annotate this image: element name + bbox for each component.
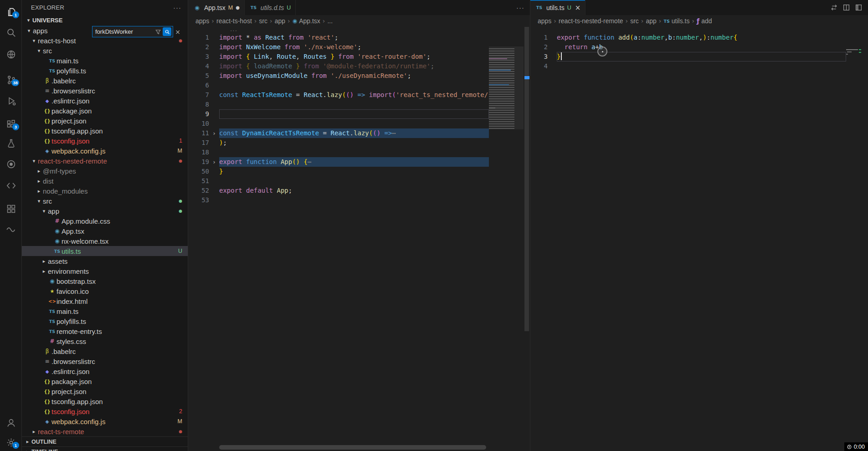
tree-item-src[interactable]: ▾src● bbox=[22, 196, 188, 206]
search-button[interactable] bbox=[0, 26, 22, 39]
more-actions-icon[interactable]: ··· bbox=[173, 4, 181, 11]
tree-item-dist[interactable]: ▸dist bbox=[22, 176, 188, 186]
chevron-down-icon[interactable]: ▾ bbox=[40, 208, 48, 214]
code-line-2[interactable]: 2 return a+b bbox=[530, 42, 846, 52]
more-actions-icon[interactable]: ··· bbox=[516, 4, 530, 11]
breadcrumb-item[interactable]: app bbox=[646, 17, 656, 25]
tree-item-src[interactable]: ▾src bbox=[22, 46, 188, 56]
tree-item-favicon.ico[interactable]: ★favicon.ico bbox=[22, 286, 188, 296]
vertical-scrollbar[interactable] bbox=[524, 27, 529, 331]
minimap[interactable] bbox=[489, 48, 524, 130]
filter-icon[interactable] bbox=[154, 28, 162, 36]
tree-item-main.ts[interactable]: TSmain.ts bbox=[22, 56, 188, 66]
wave-button[interactable] bbox=[0, 223, 22, 236]
code-line-3[interactable]: 3import { Link, Route, Routes } from 're… bbox=[188, 52, 489, 62]
tree-item-polyfills.ts[interactable]: TSpolyfills.ts bbox=[22, 66, 188, 76]
tree-item-package.json[interactable]: {}package.json bbox=[22, 376, 188, 386]
target-button[interactable] bbox=[0, 158, 22, 170]
breadcrumb-item[interactable]: src bbox=[259, 17, 267, 25]
tree-item-bootstrap.tsx[interactable]: ◉bootstrap.tsx bbox=[22, 276, 188, 286]
chevron-right-icon[interactable]: ▸ bbox=[35, 168, 43, 174]
breadcrumb-item[interactable]: ƒadd bbox=[697, 17, 712, 25]
chevron-right-icon[interactable]: ▸ bbox=[40, 258, 48, 264]
tree-item-app.module.css[interactable]: #App.module.css bbox=[22, 216, 188, 226]
breadcrumb-item[interactable]: src bbox=[630, 17, 639, 25]
code-button[interactable] bbox=[0, 179, 22, 192]
code-line-10[interactable]: 10 bbox=[188, 119, 489, 128]
code-line-1[interactable]: 1export function add(a:number,b:number,)… bbox=[530, 33, 846, 42]
editor-left[interactable]: ··· 1import * as React from 'react';2imp… bbox=[188, 27, 530, 451]
fuzzy-search-button[interactable] bbox=[163, 27, 171, 36]
extensions-button[interactable]: 3 bbox=[0, 118, 22, 130]
tree-item-.babelrc[interactable]: β.babelrc bbox=[22, 76, 188, 86]
breadcrumb-item[interactable]: app bbox=[275, 17, 285, 25]
code-line-17[interactable]: 17); bbox=[188, 138, 489, 148]
code-line-6[interactable]: 6 bbox=[188, 81, 489, 90]
tree-item-webpack.config.js[interactable]: ◈webpack.config.jsM bbox=[22, 416, 188, 426]
tree-item-tsconfig.app.json[interactable]: {}tsconfig.app.json bbox=[22, 396, 188, 406]
run-debug-button[interactable] bbox=[0, 94, 22, 107]
chevron-down-icon[interactable]: ▾ bbox=[25, 28, 33, 34]
breadcrumb-item[interactable]: ... bbox=[327, 17, 333, 25]
grid-button[interactable] bbox=[0, 202, 22, 215]
tree-item-.eslintrc.json[interactable]: ◆.eslintrc.json bbox=[22, 96, 188, 106]
tab-utils-d-ts[interactable]: TS utils.d.ts U bbox=[245, 0, 296, 15]
code-line-1[interactable]: 1import * as React from 'react'; bbox=[188, 33, 489, 42]
tree-item-.babelrc[interactable]: β.babelrc bbox=[22, 346, 188, 356]
breadcrumb-item[interactable]: TSutils.ts bbox=[663, 17, 689, 25]
tree-item-remote-entry.ts[interactable]: TSremote-entry.ts bbox=[22, 326, 188, 336]
editor-layout-icon[interactable] bbox=[855, 4, 863, 11]
horizontal-scrollbar[interactable] bbox=[219, 445, 486, 450]
swap-editors-icon[interactable] bbox=[830, 4, 838, 11]
tree-find-input[interactable] bbox=[92, 28, 154, 35]
tree-item-environments[interactable]: ▸environments bbox=[22, 266, 188, 276]
tree-item-app[interactable]: ▾app● bbox=[22, 206, 188, 216]
code-line-52[interactable]: 52export default App; bbox=[188, 186, 489, 195]
code-line-11[interactable]: 11›const DynamicReactTsRemote = React.la… bbox=[188, 128, 489, 138]
tree-item-styles.css[interactable]: #styles.css bbox=[22, 336, 188, 346]
tree-item-package.json[interactable]: {}package.json bbox=[22, 106, 188, 116]
dirty-indicator-icon[interactable]: ● bbox=[236, 5, 240, 10]
tree-item-app.tsx[interactable]: ◉App.tsx bbox=[22, 226, 188, 236]
explorer-button[interactable]: 1 bbox=[0, 5, 22, 18]
chevron-down-icon[interactable]: ▾ bbox=[25, 17, 32, 23]
code-line-50[interactable]: 50} bbox=[188, 167, 489, 176]
editor-right[interactable]: 1export function add(a:number,b:number,)… bbox=[530, 27, 868, 451]
tree-item-utils.ts[interactable]: TSutils.tsU bbox=[22, 246, 188, 256]
tree-item-tsconfig.json[interactable]: {}tsconfig.json2 bbox=[22, 406, 188, 416]
fold-chevron-icon[interactable]: › bbox=[209, 157, 219, 167]
chevron-down-icon[interactable]: ▾ bbox=[35, 48, 43, 54]
code-line-3[interactable]: 3} bbox=[530, 52, 846, 62]
tree-item-@mf-types[interactable]: ▸@mf-types bbox=[22, 166, 188, 176]
split-editor-icon[interactable] bbox=[842, 4, 850, 11]
tree-item-.eslintrc.json[interactable]: ◆.eslintrc.json bbox=[22, 366, 188, 376]
breadcrumb-item[interactable]: apps bbox=[195, 17, 209, 25]
code-line-19[interactable]: 19›export function App() {⋯ bbox=[188, 157, 489, 167]
code-line-53[interactable]: 53 bbox=[188, 195, 489, 205]
source-control-button[interactable]: 38 bbox=[0, 73, 22, 86]
chevron-down-icon[interactable]: ▾ bbox=[35, 198, 43, 204]
chevron-right-icon[interactable]: ▸ bbox=[30, 429, 38, 435]
code-line-4[interactable]: 4import { loadRemote } from '@module-fed… bbox=[188, 62, 489, 71]
tree-item-project.json[interactable]: {}project.json bbox=[22, 386, 188, 396]
tree-item-webpack.config.js[interactable]: ◈webpack.config.jsM bbox=[22, 146, 188, 156]
breadcrumb-item[interactable]: apps bbox=[538, 17, 551, 25]
chevron-right-icon[interactable]: ▸ bbox=[40, 268, 48, 274]
tree-item-tsconfig.json[interactable]: {}tsconfig.json1 bbox=[22, 136, 188, 146]
code-line-5[interactable]: 5import useDynamicModule from './useDyna… bbox=[188, 71, 489, 81]
tree-item-react-ts-nested-remote[interactable]: ▾react-ts-nested-remote● bbox=[22, 156, 188, 166]
remote-explorer-button[interactable] bbox=[0, 48, 22, 61]
tree-item-index.html[interactable]: <>index.html bbox=[22, 296, 188, 306]
close-icon[interactable]: × bbox=[173, 28, 182, 36]
code-line-9[interactable]: 9 bbox=[188, 109, 489, 119]
tree-item-nx-welcome.tsx[interactable]: ◉nx-welcome.tsx bbox=[22, 236, 188, 246]
tree-item-assets[interactable]: ▸assets bbox=[22, 256, 188, 266]
workspace-root[interactable]: ▾ UNIVERSE bbox=[22, 15, 188, 26]
code-line-51[interactable]: 51 bbox=[188, 176, 489, 186]
chevron-down-icon[interactable]: ▾ bbox=[30, 158, 38, 164]
code-line-2[interactable]: 2import NxWelcome from './nx-welcome'; bbox=[188, 42, 489, 52]
tab-app-tsx[interactable]: ◉ App.tsx M ● bbox=[188, 0, 245, 15]
code-line-4[interactable]: 4 bbox=[530, 62, 846, 71]
timeline-section[interactable]: ▸ TIMELINE bbox=[22, 446, 188, 451]
close-icon[interactable]: × bbox=[575, 4, 581, 12]
